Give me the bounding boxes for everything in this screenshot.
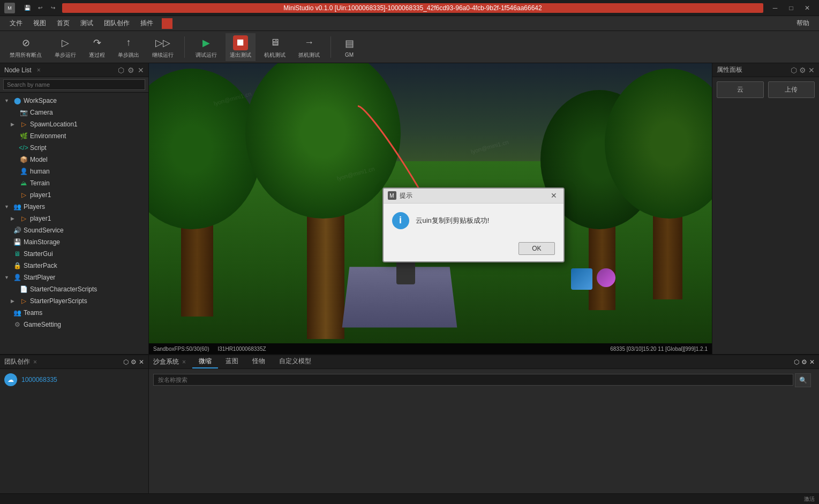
tree-node-startplayer[interactable]: ▼ 👤 StartPlayer — [0, 272, 148, 283]
tree-node-environment[interactable]: 🌿 Environment — [0, 130, 148, 142]
file-icons: 💾 ↩ ↪ — [22, 3, 58, 13]
tab-monster[interactable]: 怪物 — [246, 355, 272, 368]
menu-file[interactable]: 文件 — [4, 17, 28, 29]
team-panel-header: 团队创作 × ⬡ ⚙ ✕ — [0, 355, 148, 369]
properties-close-button[interactable]: ✕ — [808, 66, 815, 74]
node-list-expand-icon[interactable]: ⬡ — [118, 66, 124, 74]
dialog-message: 云uin复制到剪贴板成功! — [416, 216, 490, 225]
node-list-header: Node List × ⬡ ⚙ ✕ — [0, 63, 148, 77]
upload-button[interactable]: 上传 — [768, 81, 815, 98]
step-over-icon: ↷ — [89, 35, 104, 50]
search-input[interactable] — [3, 79, 145, 90]
tree-node-mainstorage[interactable]: 💾 MainStorage — [0, 236, 148, 248]
sandbox-panel: 沙盒系统 × 微缩 蓝图 怪物 自定义模型 ⬡ ⚙ ✕ 🔍 — [149, 355, 819, 493]
tab-custom-model[interactable]: 自定义模型 — [273, 355, 318, 368]
properties-expand-icon[interactable]: ⬡ — [791, 66, 797, 74]
tree-node-gamesetting[interactable]: ⚙ GameSetting — [0, 319, 148, 330]
script-label: Script — [30, 144, 47, 152]
minimize-button[interactable]: ─ — [768, 3, 783, 13]
team-item[interactable]: ☁ 1000068335 — [0, 369, 148, 390]
player1-pl-icon: ▷ — [19, 214, 28, 223]
tab-blueprint[interactable]: 蓝图 — [219, 355, 245, 368]
machine-test-button[interactable]: 🖥 机机测试 — [260, 33, 290, 61]
menu-view[interactable]: 视图 — [28, 17, 51, 29]
sandbox-search-button[interactable]: 🔍 — [795, 373, 811, 387]
menu-team[interactable]: 团队创作 — [99, 17, 135, 29]
team-panel-settings-icon[interactable]: ⚙ — [131, 358, 137, 366]
model-label: Model — [30, 156, 48, 163]
node-list-close-button[interactable]: ✕ — [138, 66, 144, 74]
debug-run-button[interactable]: ▶ 调试运行 — [191, 33, 221, 61]
tree-node-player1-ws[interactable]: ▷ player1 — [0, 189, 148, 201]
gamesetting-icon: ⚙ — [13, 320, 21, 329]
step-over-button[interactable]: ↷ 逐过程 — [85, 33, 109, 61]
sandbox-expand-icon[interactable]: ⬡ — [794, 358, 799, 366]
continue-button[interactable]: ▷▷ 继续运行 — [148, 33, 178, 61]
close-button[interactable]: ✕ — [800, 3, 815, 13]
dialog-titlebar: M 提示 ✕ — [384, 189, 563, 204]
expand-icon: ▶ — [11, 298, 17, 304]
step-out-button[interactable]: ↑ 单步跳出 — [114, 33, 144, 61]
maximize-button[interactable]: □ — [784, 3, 799, 13]
tree-node-human[interactable]: 👤 human — [0, 166, 148, 177]
menu-home[interactable]: 首页 — [51, 17, 75, 29]
tree-node-script[interactable]: </> Script — [0, 142, 148, 154]
tree-node-camera[interactable]: 📷 Camera — [0, 107, 148, 118]
step-run-button[interactable]: ▷ 单步运行 — [50, 33, 80, 61]
tree-node-starterplayer-scripts[interactable]: ▶ ▷ StarterPlayerScripts — [0, 295, 148, 307]
tree-node-player1-pl[interactable]: ▶ ▷ player1 — [0, 213, 148, 224]
model-icon: 📦 — [19, 155, 28, 164]
help-menu[interactable]: 帮助 — [791, 17, 815, 29]
tree-node-startergui[interactable]: 🖥 StarterGui — [0, 248, 148, 260]
tree-far-right — [610, 69, 712, 321]
properties-settings-icon[interactable]: ⚙ — [799, 66, 806, 74]
menu-plugin[interactable]: 插件 — [135, 17, 159, 29]
tree-node-model[interactable]: 📦 Model — [0, 154, 148, 166]
camera-icon: 📷 — [19, 108, 28, 117]
teams-label: Teams — [24, 309, 42, 317]
canopy-far-right — [605, 69, 712, 219]
tree-node-teams[interactable]: 👥 Teams — [0, 307, 148, 319]
menu-test[interactable]: 测试 — [75, 17, 99, 29]
redo-icon[interactable]: ↪ — [48, 3, 58, 13]
tree-node-spawnlocation[interactable]: ▶ ▷ SpawnLocation1 — [0, 118, 148, 130]
search-bar — [0, 77, 148, 93]
tree-node-workspace[interactable]: ▼ ⬤ WorkSpace — [0, 95, 148, 107]
step-run-icon: ▷ — [58, 35, 73, 50]
exit-test-button[interactable]: ⏹ 退出测试 — [226, 33, 256, 61]
player1-ws-icon: ▷ — [19, 191, 28, 199]
human-label: human — [30, 168, 50, 175]
startercharacter-icon: 📄 — [19, 285, 28, 294]
sandbox-tabs-header: 沙盒系统 × 微缩 蓝图 怪物 自定义模型 ⬡ ⚙ ✕ — [149, 355, 819, 369]
sandbox-search-input[interactable] — [153, 374, 793, 386]
tree-node-soundservice[interactable]: 🔊 SoundService — [0, 224, 148, 236]
tree-node-startercharacter[interactable]: 📄 StarterCharacterScripts — [0, 283, 148, 295]
grab-test-button[interactable]: → 抓机测试 — [294, 33, 324, 61]
window-controls: ─ □ ✕ — [768, 3, 815, 13]
continue-label: 继续运行 — [152, 51, 174, 59]
tree-node-terrain[interactable]: ⛰ Terrain — [0, 177, 148, 189]
team-panel-close-button[interactable]: ✕ — [139, 358, 144, 366]
node-list-settings-icon[interactable]: ⚙ — [127, 66, 134, 74]
disable-breakpoints-button[interactable]: ⊘ 禁用所有断点 — [5, 33, 46, 61]
gm-button[interactable]: ▤ GM — [337, 34, 361, 60]
cloud-button[interactable]: 云 — [717, 81, 764, 98]
team-panel-title: 团队创作 — [4, 357, 30, 366]
status-activate[interactable]: 激活 — [804, 495, 815, 503]
machine-test-icon: 🖥 — [267, 35, 282, 50]
tree-node-players[interactable]: ▼ 👥 Players — [0, 201, 148, 213]
camera-label: Camera — [30, 109, 53, 116]
team-panel-expand-icon[interactable]: ⬡ — [123, 358, 129, 366]
sandbox-close-button[interactable]: ✕ — [809, 358, 815, 366]
dialog-ok-button[interactable]: OK — [519, 242, 554, 255]
undo-icon[interactable]: ↩ — [35, 3, 45, 13]
save-icon[interactable]: 💾 — [22, 3, 32, 13]
viewport-id: I31HR1000068335Z — [218, 346, 266, 352]
sandbox-settings-icon[interactable]: ⚙ — [801, 358, 807, 366]
starterpack-icon: 🔒 — [13, 261, 21, 270]
tab-miniature[interactable]: 微缩 — [192, 355, 218, 368]
grab-test-icon: → — [302, 35, 317, 50]
tree-node-starterpack[interactable]: 🔒 StarterPack — [0, 260, 148, 272]
dialog-close-button[interactable]: ✕ — [548, 190, 559, 201]
expand-icon: ▶ — [11, 122, 17, 127]
